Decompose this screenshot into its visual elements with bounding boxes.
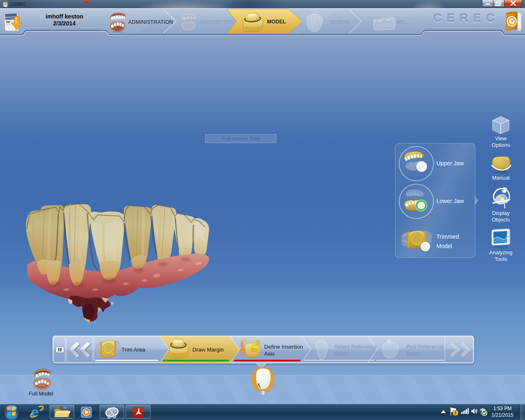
svg-text:?: ?	[510, 18, 514, 25]
